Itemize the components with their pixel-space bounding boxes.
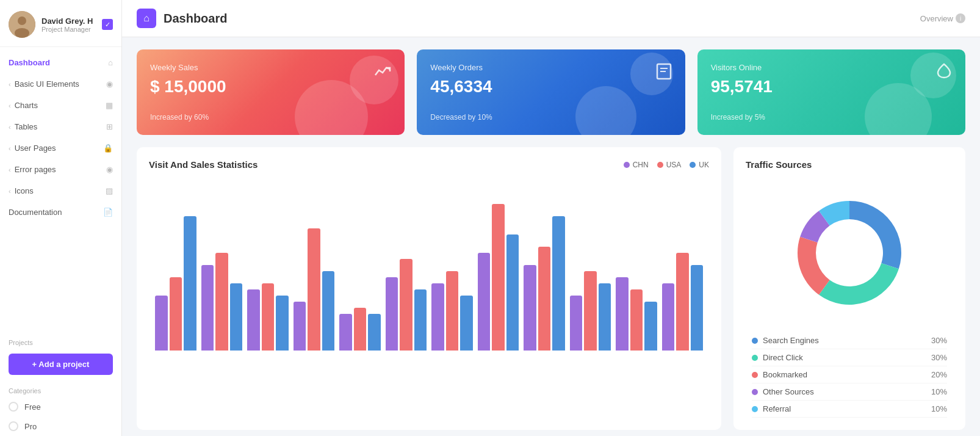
category-free[interactable]: Free: [0, 397, 121, 416]
usa-dot: [657, 162, 663, 168]
profile-check-icon: ✓: [102, 19, 113, 30]
bar: [630, 289, 643, 351]
add-project-button[interactable]: + Add a project: [9, 354, 113, 375]
chn-dot: [624, 162, 630, 168]
bar: [584, 271, 597, 351]
category-label: Pro: [24, 422, 37, 431]
bar: [339, 314, 352, 351]
sales-icon: [374, 63, 391, 84]
doc-icon: 📄: [103, 208, 113, 217]
sidebar-nav: Dashboard ⌂ ‹ Basic UI Elements ◉ ‹ Char…: [0, 47, 121, 332]
category-pro[interactable]: Pro: [0, 416, 121, 436]
sidebar-item-label: Basic UI Elements: [15, 79, 106, 89]
bar-chart-area: [149, 180, 709, 351]
traffic-label: Bookmarked: [763, 370, 807, 379]
traffic-label: Referral: [763, 404, 791, 413]
bar: [431, 283, 444, 351]
stat-card-value: $ 15,0000: [150, 77, 226, 96]
bar-group: [386, 259, 427, 351]
traffic-legend-item: Direct Click 30%: [752, 349, 947, 366]
bar: [368, 314, 381, 351]
stat-card-footer: Increased by 60%: [150, 113, 391, 122]
bar-group: [247, 283, 289, 351]
traffic-legend-item: Other Sources 10%: [752, 383, 947, 401]
chart-icon: ▦: [106, 101, 113, 110]
categories-section-title: Categories: [0, 380, 121, 397]
content-area: Weekly Sales $ 15,0000 Increased by 60%: [122, 37, 980, 436]
stat-card-visitors: Visitors Online 95,5741 Increased by 5%: [697, 49, 965, 135]
pro-circle-icon: [9, 421, 18, 431]
sidebar-item-label: Icons: [15, 186, 106, 195]
sidebar: David Grey. H Project Manager ✓ Dashboar…: [0, 0, 122, 436]
bar: [414, 289, 427, 351]
uk-label: UK: [699, 161, 709, 169]
traffic-dot: [752, 355, 758, 361]
bar: [276, 296, 289, 351]
svg-point-6: [817, 220, 882, 285]
bar: [386, 277, 398, 351]
page-title: Dashboard: [164, 12, 920, 26]
chn-label: CHN: [633, 161, 649, 169]
legend-uk: UK: [690, 161, 709, 169]
sidebar-item-tables[interactable]: ‹ Tables ⊞: [0, 116, 121, 137]
stat-card-weekly-sales: Weekly Sales $ 15,0000 Increased by 60%: [137, 49, 405, 135]
stat-cards: Weekly Sales $ 15,0000 Increased by 60%: [137, 49, 965, 135]
lock-icon: 🔒: [103, 144, 113, 153]
donut-svg: [782, 186, 917, 320]
sidebar-item-error-pages[interactable]: ‹ Error pages ◉: [0, 159, 121, 180]
bar: [294, 302, 306, 351]
bar-group: [524, 216, 565, 351]
traffic-legend-item: Referral 10%: [752, 401, 947, 418]
bar: [506, 234, 519, 351]
sidebar-item-user-pages[interactable]: ‹ User Pages 🔒: [0, 137, 121, 159]
svg-point-1: [18, 16, 26, 25]
svg-point-2: [15, 28, 29, 38]
sidebar-item-label: User Pages: [15, 144, 103, 153]
bar: [644, 302, 657, 351]
bar: [616, 277, 629, 351]
bar: [691, 265, 704, 351]
legend-usa: USA: [657, 161, 682, 169]
sidebar-item-icons[interactable]: ‹ Icons ▨: [0, 180, 121, 202]
bar: [460, 296, 473, 351]
bar: [322, 271, 335, 351]
bar: [184, 216, 196, 351]
sidebar-item-dashboard[interactable]: Dashboard ⌂: [0, 52, 121, 73]
stat-card-title: Weekly Sales: [150, 63, 226, 72]
bar: [552, 216, 565, 351]
shield-icon: ◉: [106, 165, 113, 174]
donut-area: Search Engines 30% Direct Click 30% Book…: [746, 180, 953, 418]
overview-label: Overview i: [920, 13, 965, 23]
main-content: ⌂ Dashboard Overview i Weekly Sales $ 15…: [122, 0, 980, 436]
sidebar-item-charts[interactable]: ‹ Charts ▦: [0, 95, 121, 116]
bar: [170, 277, 182, 351]
traffic-dot: [752, 406, 758, 412]
free-circle-icon: [9, 402, 18, 412]
sidebar-item-basic-ui[interactable]: ‹ Basic UI Elements ◉: [0, 73, 121, 95]
traffic-label: Search Engines: [763, 336, 819, 345]
bar-group: [431, 271, 473, 351]
bar: [538, 247, 551, 351]
table-icon: ⊞: [106, 122, 113, 131]
traffic-pct: 30%: [931, 353, 947, 362]
bar-group: [616, 277, 657, 351]
arrow-icon: ‹: [9, 145, 11, 152]
bar: [478, 253, 491, 351]
traffic-pct: 20%: [931, 370, 947, 379]
info-icon: i: [956, 13, 965, 23]
bar: [676, 253, 689, 351]
bar: [262, 283, 275, 351]
profile-role: Project Manager: [41, 26, 102, 33]
uk-dot: [690, 162, 696, 168]
chart-legend: CHN USA UK: [624, 161, 709, 169]
sidebar-item-label: Tables: [15, 122, 106, 131]
sidebar-item-label: Dashboard: [9, 58, 108, 67]
legend-chn: CHN: [624, 161, 649, 169]
bar: [524, 265, 536, 351]
sidebar-profile: David Grey. H Project Manager ✓: [0, 0, 121, 47]
bar-group: [339, 308, 381, 351]
bar: [570, 296, 583, 351]
traffic-label: Other Sources: [763, 387, 814, 396]
icons-icon: ▨: [106, 186, 113, 195]
sidebar-item-documentation[interactable]: Documentation 📄: [0, 202, 121, 223]
